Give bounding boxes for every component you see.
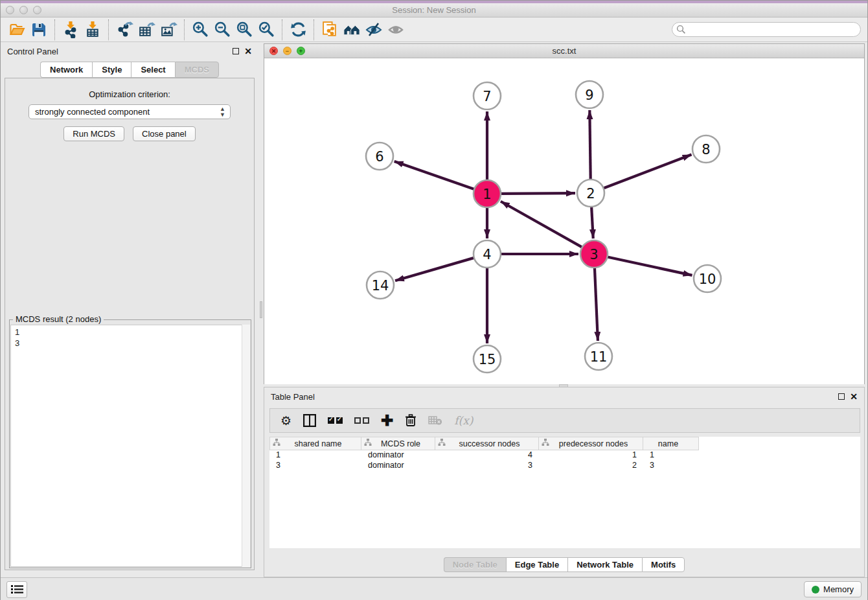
toolbar-separator bbox=[108, 19, 109, 40]
export-image-button[interactable] bbox=[157, 19, 179, 40]
float-panel-icon[interactable] bbox=[233, 48, 239, 54]
open-session-button[interactable] bbox=[6, 19, 28, 40]
control-panel-title: Control Panel bbox=[7, 47, 58, 56]
table-cell[interactable]: dominator bbox=[361, 461, 435, 471]
graph-edge-1-6[interactable] bbox=[394, 161, 475, 189]
eye-slash-button[interactable] bbox=[363, 19, 385, 40]
graph-node-label: 3 bbox=[589, 247, 598, 262]
graph-edge-3-1[interactable] bbox=[501, 202, 582, 248]
column-header-label: shared name bbox=[280, 439, 361, 448]
tab-network-table[interactable]: Network Table bbox=[567, 557, 642, 572]
graph-edge-2-8[interactable] bbox=[604, 155, 692, 189]
status-bar: Memory bbox=[1, 577, 867, 600]
memory-button[interactable]: Memory bbox=[804, 581, 862, 597]
select-all-icon[interactable] bbox=[328, 417, 343, 424]
tab-network[interactable]: Network bbox=[40, 62, 92, 78]
column-attribute-icon bbox=[542, 439, 549, 448]
float-panel-icon[interactable] bbox=[838, 393, 845, 400]
column-header-shared-name[interactable]: shared name bbox=[269, 437, 361, 450]
mcds-result-line: 3 bbox=[15, 338, 246, 349]
network-canvas[interactable]: 7968124314101511 bbox=[264, 58, 864, 384]
column-header-label: successor nodes bbox=[446, 439, 538, 448]
column-attribute-icon bbox=[273, 439, 280, 448]
graph-edge-2-9[interactable] bbox=[589, 110, 590, 179]
result-scrollbar[interactable] bbox=[242, 325, 250, 567]
mcds-result-list[interactable]: 13 bbox=[10, 325, 250, 567]
zoom-in-icon bbox=[192, 21, 209, 38]
columns-icon[interactable] bbox=[303, 414, 316, 427]
graph-node-label: 15 bbox=[479, 352, 496, 367]
import-network-button[interactable] bbox=[60, 19, 82, 40]
table-cell[interactable]: 1 bbox=[643, 450, 699, 461]
search-container bbox=[672, 22, 861, 37]
eye-button[interactable] bbox=[385, 19, 407, 40]
table-cell[interactable]: 4 bbox=[435, 450, 539, 461]
toolbar-separator bbox=[54, 19, 55, 40]
tab-select[interactable]: Select bbox=[131, 62, 174, 78]
graph-edge-1-2[interactable] bbox=[501, 193, 575, 194]
table-cell[interactable]: 1 bbox=[269, 450, 361, 461]
zoom-selected-icon bbox=[258, 21, 275, 38]
table-cell[interactable]: 2 bbox=[539, 461, 643, 471]
tab-mcds[interactable]: MCDS bbox=[175, 62, 219, 78]
column-header-name[interactable]: name bbox=[643, 437, 699, 450]
table-cell[interactable]: 3 bbox=[643, 461, 699, 471]
trash-icon[interactable] bbox=[405, 414, 417, 427]
graph-edge-3-11[interactable] bbox=[595, 268, 598, 341]
window-title: Session: New Session bbox=[1, 5, 867, 15]
table-cell[interactable]: 3 bbox=[269, 461, 361, 471]
graph-node-label: 2 bbox=[586, 186, 595, 202]
gear-icon[interactable]: ⚙ bbox=[280, 413, 291, 428]
column-header-MCDS-role[interactable]: MCDS role bbox=[361, 437, 435, 450]
run-mcds-button[interactable]: Run MCDS bbox=[63, 126, 124, 141]
search-icon bbox=[676, 25, 686, 34]
column-header-successor-nodes[interactable]: successor nodes bbox=[435, 437, 539, 450]
add-icon[interactable]: ✚ bbox=[381, 415, 393, 426]
refresh-layout-button[interactable] bbox=[287, 19, 309, 40]
import-table-icon bbox=[84, 21, 102, 38]
task-history-button[interactable] bbox=[6, 581, 27, 598]
divider-handle[interactable] bbox=[260, 301, 262, 318]
duplicate-network-button[interactable] bbox=[319, 19, 341, 40]
eye-slash-icon bbox=[365, 21, 383, 38]
tab-node-table[interactable]: Node Table bbox=[444, 557, 506, 572]
zoom-fit-button[interactable] bbox=[233, 19, 255, 40]
close-panel-button[interactable]: Close panel bbox=[133, 126, 196, 141]
zoom-selected-button[interactable] bbox=[255, 19, 277, 40]
save-session-icon bbox=[30, 21, 47, 38]
table-cell[interactable]: dominator bbox=[361, 450, 435, 461]
houses-button[interactable] bbox=[341, 19, 363, 40]
zoom-in-button[interactable] bbox=[189, 19, 211, 40]
tab-edge-table[interactable]: Edge Table bbox=[506, 557, 567, 572]
table-toolbar: ⚙ ✚ bbox=[269, 408, 860, 433]
table-cell[interactable]: 3 bbox=[435, 461, 539, 471]
export-table-button[interactable] bbox=[135, 19, 157, 40]
graph-edge-3-10[interactable] bbox=[608, 257, 692, 275]
export-network-button[interactable] bbox=[113, 19, 135, 40]
function-builder-icon: f(x) bbox=[454, 414, 473, 427]
network-window: ✕ − + scc.txt 7968124314101511 bbox=[264, 43, 865, 384]
close-panel-icon[interactable]: ✕ bbox=[244, 48, 252, 54]
column-header-label: predecessor nodes bbox=[549, 439, 643, 448]
tab-style[interactable]: Style bbox=[92, 62, 131, 78]
main-toolbar bbox=[1, 17, 867, 42]
close-panel-icon[interactable]: ✕ bbox=[850, 393, 858, 400]
table-row[interactable]: 1dominator411 bbox=[269, 450, 860, 461]
criterion-select[interactable]: strongly connected component ▲▼ bbox=[29, 104, 231, 119]
tab-motifs[interactable]: Motifs bbox=[642, 557, 685, 572]
table-panel-header: Table Panel ✕ bbox=[264, 387, 864, 406]
import-table-button[interactable] bbox=[82, 19, 104, 40]
graph-edge-4-14[interactable] bbox=[395, 258, 474, 281]
table-cell[interactable]: 1 bbox=[539, 450, 643, 461]
unselect-all-icon[interactable] bbox=[354, 417, 369, 424]
export-image-icon bbox=[160, 21, 177, 38]
search-input[interactable] bbox=[672, 22, 861, 37]
table-row[interactable]: 3dominator323 bbox=[269, 461, 860, 471]
graph-node-label: 4 bbox=[483, 247, 491, 262]
panel-divider[interactable] bbox=[258, 42, 264, 577]
column-header-predecessor-nodes[interactable]: predecessor nodes bbox=[539, 437, 643, 450]
column-attribute-icon bbox=[364, 439, 372, 448]
zoom-out-button[interactable] bbox=[211, 19, 233, 40]
graph-edge-2-3[interactable] bbox=[591, 207, 593, 238]
save-session-button[interactable] bbox=[28, 19, 50, 40]
